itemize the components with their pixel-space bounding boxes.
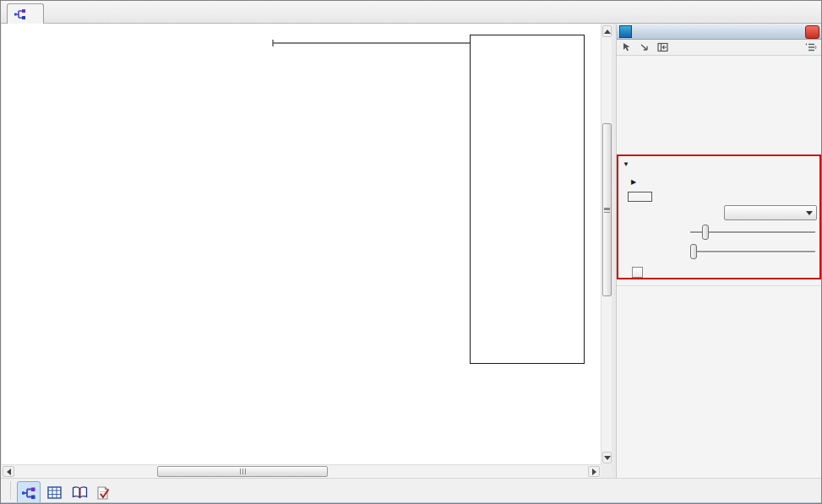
host-color-legend (470, 35, 585, 364)
dropdown-arrow-icon (803, 211, 816, 215)
scroll-right-button[interactable] (588, 466, 600, 477)
panel-icon (619, 25, 632, 38)
scroll-up-button[interactable] (602, 25, 612, 37)
scale-bar (273, 40, 471, 46)
left-arrow-icon (7, 469, 11, 475)
table-view-button[interactable] (42, 481, 66, 504)
show-branch-lengths-checkbox[interactable] (632, 267, 643, 278)
settings-list-icon[interactable] (805, 42, 817, 52)
book-view-icon (72, 486, 88, 499)
up-arrow-icon (604, 30, 611, 34)
thumb-grip (240, 469, 246, 474)
vertical-scrollbar[interactable] (601, 24, 612, 464)
panel-close-button[interactable] (805, 25, 819, 39)
horizontal-scroll-thumb[interactable] (157, 466, 328, 477)
table-view-icon (47, 486, 62, 499)
panel-title-bar (617, 24, 822, 40)
curvature-slider-track[interactable] (690, 231, 815, 234)
select-tool-icon[interactable] (622, 42, 632, 52)
down-arrow-icon (604, 456, 611, 460)
curvature-slider-thumb[interactable] (702, 225, 709, 240)
branch-layout-header[interactable]: ▼ (623, 160, 633, 168)
panel-toolbar (617, 40, 822, 56)
right-arrow-icon (592, 469, 596, 475)
tree-view-button[interactable] (17, 481, 41, 504)
tab-phylo-testdata[interactable] (7, 3, 44, 24)
tree-settings-panel: ▼ ▶ (616, 24, 822, 478)
status-bar (1, 478, 821, 502)
pan-tool-icon[interactable] (640, 42, 650, 52)
app-window: ▼ ▶ (0, 0, 822, 504)
report-view-icon (96, 486, 110, 500)
horizontal-scrollbar[interactable] (2, 464, 601, 478)
branch-layout-section: ▼ ▶ (617, 154, 821, 279)
thumb-grip (604, 208, 610, 213)
tab-bar (1, 1, 821, 24)
line-width-dropdown[interactable] (724, 205, 817, 220)
tree-document-icon (14, 8, 26, 20)
tree-canvas[interactable] (2, 24, 601, 464)
min-length-slider-thumb[interactable] (690, 244, 697, 259)
vertical-scroll-thumb[interactable] (602, 123, 612, 296)
panel-sections-bottom (617, 285, 822, 286)
tree-view-icon (22, 486, 36, 500)
scroll-left-button[interactable] (3, 466, 14, 477)
branch-length-font-settings[interactable]: ▶ (631, 178, 640, 186)
report-view-button[interactable] (91, 481, 115, 504)
scroll-down-button[interactable] (602, 452, 612, 463)
book-view-button[interactable] (68, 481, 91, 504)
expand-triangle-icon: ▶ (631, 178, 640, 186)
line-color-swatch[interactable] (628, 192, 652, 202)
collapse-panel-icon[interactable] (657, 42, 669, 52)
min-length-slider-track[interactable] (690, 251, 815, 253)
collapse-triangle-icon: ▼ (623, 160, 633, 168)
statusbar-divider (10, 481, 11, 500)
